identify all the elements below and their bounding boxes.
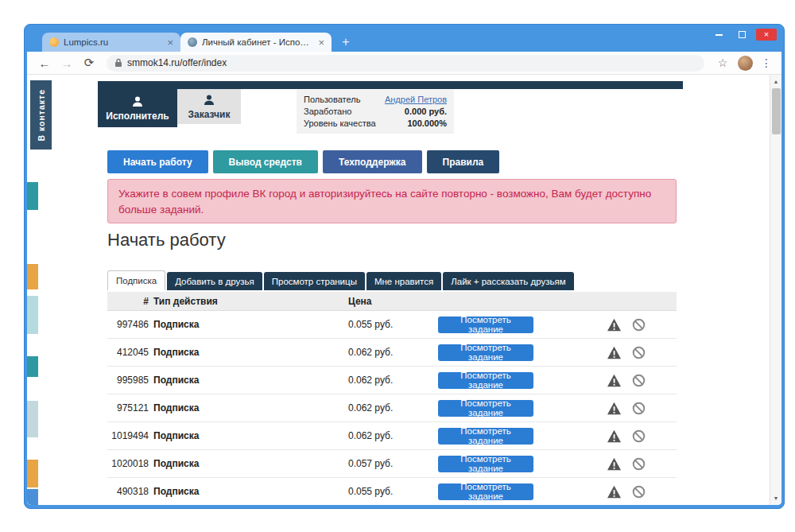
left-edge-decoration	[27, 489, 38, 505]
warning-icon[interactable]	[607, 457, 622, 471]
site-nav-buttons: Начать работу Вывод средств Техподдержка…	[107, 150, 499, 173]
role-tab-label: Заказчик	[188, 109, 231, 120]
refresh-button[interactable]: ⟳	[80, 53, 99, 72]
start-work-button[interactable]: Начать работу	[107, 150, 208, 173]
new-tab-button[interactable]: +	[335, 33, 356, 50]
smmok-favicon-icon	[188, 37, 197, 47]
vk-banner[interactable]: В контакте	[30, 80, 52, 150]
row-icons	[607, 374, 646, 387]
block-icon[interactable]	[632, 402, 646, 415]
left-edge-decoration	[27, 460, 38, 487]
left-edge-decoration	[27, 356, 38, 377]
user-name-link[interactable]: Андрей Петров	[385, 94, 447, 106]
warning-icon[interactable]	[607, 318, 622, 332]
user-info-row: Уровень качества 100.000%	[304, 118, 447, 130]
warning-icon[interactable]	[607, 346, 622, 359]
task-row: 975121 Подписка 0.062 руб. Посмотреть за…	[107, 394, 677, 422]
task-id: 975121	[107, 402, 149, 414]
padlock-icon	[114, 58, 122, 68]
task-type: Подписка	[153, 458, 348, 469]
warning-icon[interactable]	[607, 402, 622, 415]
user-info-panel: Пользователь Андрей Петров Заработано 0.…	[297, 90, 454, 134]
scroll-down-icon[interactable]: ▼	[770, 492, 781, 504]
role-tab-label: Исполнитель	[106, 111, 169, 122]
address-bar[interactable]: smmok14.ru/offer/index	[107, 55, 704, 72]
profile-avatar[interactable]	[738, 56, 753, 71]
task-row: 412045 Подписка 0.062 руб. Посмотреть за…	[107, 339, 677, 367]
block-icon[interactable]	[632, 429, 646, 443]
user-info-label: Уровень качества	[304, 118, 376, 130]
left-edge-decoration	[27, 182, 38, 210]
warning-icon[interactable]	[607, 374, 622, 387]
close-tab-icon[interactable]: ×	[318, 37, 324, 48]
rules-button[interactable]: Правила	[427, 150, 500, 173]
left-edge-decoration	[27, 296, 38, 334]
task-type: Подписка	[153, 319, 348, 330]
role-tab-executor[interactable]: Исполнитель	[98, 89, 177, 127]
block-icon[interactable]	[632, 485, 646, 499]
minimize-button[interactable]	[710, 29, 727, 41]
left-edge-decoration	[27, 264, 38, 289]
back-button[interactable]: ←	[35, 53, 54, 72]
close-tab-icon[interactable]: ×	[167, 37, 173, 48]
block-icon[interactable]	[632, 318, 646, 332]
task-id: 490318	[107, 486, 149, 497]
view-task-button[interactable]: Посмотреть задание	[438, 316, 533, 333]
close-window-button[interactable]: ×	[756, 29, 777, 41]
maximize-button[interactable]	[733, 29, 750, 41]
block-icon[interactable]	[632, 346, 646, 359]
task-type: Подписка	[153, 402, 348, 414]
user-info-row: Заработано 0.000 руб.	[304, 106, 447, 118]
table-header: # Тип действия Цена	[107, 292, 677, 311]
maximize-icon	[739, 31, 746, 38]
user-info-row: Пользователь Андрей Петров	[304, 94, 447, 106]
scrollbar-thumb[interactable]	[772, 88, 781, 134]
site-top-bar	[98, 81, 683, 89]
warning-icon[interactable]	[607, 429, 622, 443]
task-row: 1019494 Подписка 0.062 руб. Посмотреть з…	[107, 422, 677, 450]
block-icon[interactable]	[632, 374, 646, 387]
task-id: 995985	[107, 375, 149, 386]
browser-menu-button[interactable]: ⋮	[759, 54, 774, 72]
tab-subscription[interactable]: Подписка	[107, 270, 165, 290]
header-id: #	[107, 296, 149, 307]
block-icon[interactable]	[632, 457, 646, 471]
tab-personal-cabinet[interactable]: Личный кабинет - Исполнителя ×	[180, 33, 332, 52]
task-id: 1020018	[107, 458, 149, 469]
minimize-icon	[716, 34, 723, 36]
view-task-button[interactable]: Посмотреть задание	[438, 483, 533, 500]
row-icons	[607, 402, 646, 415]
withdraw-funds-button[interactable]: Вывод средств	[213, 150, 318, 173]
close-icon: ×	[764, 30, 769, 39]
task-type: Подписка	[153, 430, 348, 441]
forward-button[interactable]: →	[57, 53, 76, 72]
view-task-button[interactable]: Посмотреть задание	[438, 372, 533, 389]
task-id: 997486	[107, 319, 149, 330]
view-task-button[interactable]: Посмотреть задание	[438, 400, 533, 417]
row-icons	[607, 346, 646, 359]
bookmark-star-button[interactable]: ☆	[714, 54, 731, 72]
task-row: 995985 Подписка 0.062 руб. Посмотреть за…	[107, 367, 677, 394]
page-viewport: В контакте Исполнитель Заказчик	[27, 75, 781, 505]
view-task-button[interactable]: Посмотреть задание	[438, 344, 533, 361]
tab-page-view[interactable]: Просмотр страницы	[264, 272, 365, 290]
role-tab-customer[interactable]: Заказчик	[177, 89, 241, 124]
role-tabs: Исполнитель Заказчик	[98, 89, 241, 127]
scroll-up-icon[interactable]: ▲	[770, 76, 781, 87]
support-button[interactable]: Техподдержка	[323, 150, 422, 173]
view-task-button[interactable]: Посмотреть задание	[438, 456, 533, 472]
task-price: 0.062 руб.	[348, 375, 438, 386]
task-row: 1020018 Подписка 0.057 руб. Посмотреть з…	[107, 450, 677, 478]
tab-like-share[interactable]: Лайк + рассказать друзьям	[443, 272, 573, 290]
tab-title: Lumpics.ru	[64, 37, 162, 47]
vk-banner-label: В контакте	[37, 89, 46, 142]
tab-lumpics[interactable]: Lumpics.ru ×	[42, 33, 180, 52]
warning-icon[interactable]	[607, 485, 622, 499]
page-scrollbar[interactable]: ▲ ▼	[770, 75, 781, 505]
task-id: 1019494	[107, 430, 149, 441]
earned-value: 0.000 руб.	[405, 106, 447, 118]
task-price: 0.062 руб.	[348, 430, 438, 441]
tab-like[interactable]: Мне нравится	[366, 272, 441, 290]
tab-add-friend[interactable]: Добавить в друзья	[167, 272, 262, 290]
view-task-button[interactable]: Посмотреть задание	[438, 428, 533, 445]
